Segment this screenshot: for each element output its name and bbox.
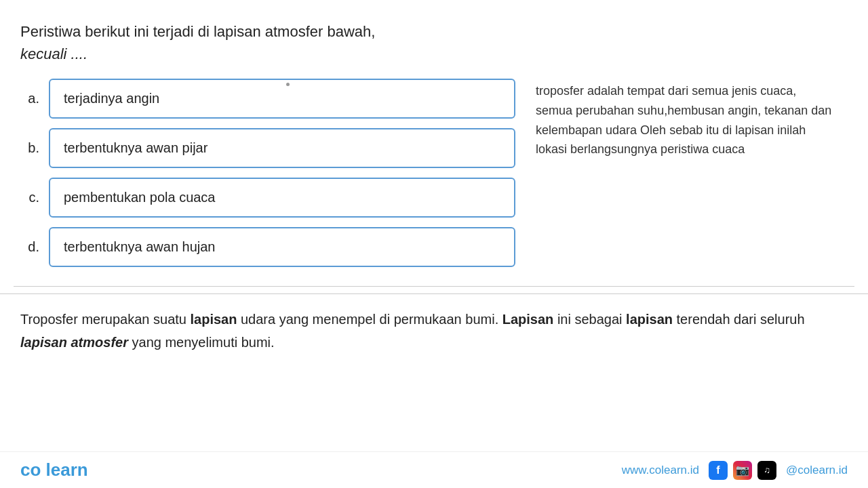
bold-lapisan-1: lapisan — [191, 312, 237, 327]
options-area: a. terjadinya angin b. terbentuknya awan… — [20, 79, 515, 277]
social-icons: f 📷 ♫ — [709, 461, 776, 480]
instagram-icon[interactable]: 📷 — [733, 461, 752, 480]
question-line2: kecuali .... — [20, 45, 87, 62]
option-label-c: c. — [20, 190, 39, 205]
option-text-d: terbentuknya awan hujan — [64, 239, 216, 254]
footer-logo-text: co learn — [20, 460, 88, 480]
dot-decoration — [286, 83, 290, 86]
answer-explanation: Troposfer merupakan suatu lapisan udara … — [0, 293, 868, 367]
bold-lapisan-3: lapisan — [626, 312, 673, 327]
bold-italic-lapisan-atmosfer: lapisan atmosfer — [20, 335, 128, 350]
option-row-c: c. pembentukan pola cuaca — [20, 178, 515, 218]
bold-lapisan-2: Lapisan — [502, 312, 554, 327]
tiktok-icon[interactable]: ♫ — [757, 461, 776, 480]
option-text-a: terjadinya angin — [64, 91, 159, 106]
option-text-b: terbentuknya awan pijar — [64, 140, 208, 155]
option-label-b: b. — [20, 140, 39, 156]
option-box-a[interactable]: terjadinya angin — [49, 79, 515, 119]
option-row-d: d. terbentuknya awan hujan — [20, 227, 515, 267]
option-row-b: b. terbentuknya awan pijar — [20, 128, 515, 168]
option-label-a: a. — [20, 91, 39, 106]
option-text-c: pembentukan pola cuaca — [64, 190, 216, 205]
question-text: Peristiwa berikut ini terjadi di lapisan… — [20, 20, 834, 65]
option-box-d[interactable]: terbentuknya awan hujan — [49, 227, 515, 267]
question-line1: Peristiwa berikut ini terjadi di lapisan… — [20, 23, 375, 40]
social-handle: @colearn.id — [786, 464, 848, 477]
footer-url[interactable]: www.colearn.id — [622, 464, 699, 477]
option-row-a: a. terjadinya angin — [20, 79, 515, 119]
explanation-area: troposfer adalah tempat dari semua jenis… — [529, 79, 834, 277]
footer-logo: co learn — [20, 460, 88, 481]
option-box-c[interactable]: pembentukan pola cuaca — [49, 178, 515, 218]
option-box-b[interactable]: terbentuknya awan pijar — [49, 128, 515, 168]
option-label-d: d. — [20, 239, 39, 255]
footer: co learn www.colearn.id f 📷 ♫ @colearn.i… — [0, 451, 868, 488]
explanation-text: troposfer adalah tempat dari semua jenis… — [536, 81, 834, 159]
facebook-icon[interactable]: f — [709, 461, 728, 480]
footer-right: www.colearn.id f 📷 ♫ @colearn.id — [622, 461, 848, 480]
